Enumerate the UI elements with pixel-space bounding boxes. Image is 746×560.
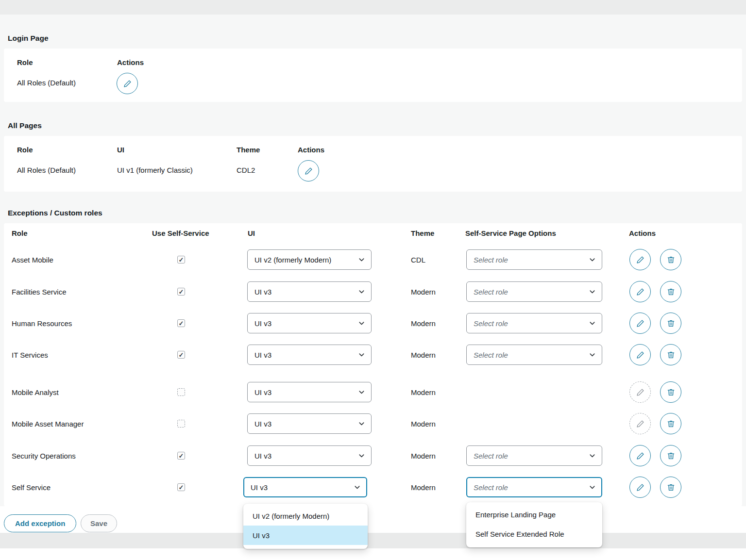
trash-icon	[666, 419, 676, 428]
exceptions-card: Role Use Self-Service UI Theme Self-Serv…	[4, 223, 742, 506]
ui-select[interactable]: UI v3	[247, 413, 372, 434]
trash-icon	[666, 287, 676, 296]
table-row: Human Resources UI v3 Modern Select role	[4, 310, 742, 337]
ui-select[interactable]: UI v3	[247, 281, 372, 302]
ui-select-menu: UI v2 (formerly Modern) UI v3	[243, 504, 368, 549]
pencil-icon	[636, 350, 645, 360]
save-button[interactable]: Save	[81, 514, 117, 532]
ui-select[interactable]: UI v3	[247, 345, 372, 365]
table-row: Security Operations UI v3 Modern Select …	[4, 442, 742, 469]
column-header-role: Role	[17, 58, 33, 67]
theme-label: CDL	[411, 256, 425, 264]
menu-option[interactable]: Enterprise Landing Page	[466, 505, 602, 524]
theme-label: Modern	[411, 351, 436, 359]
delete-button[interactable]	[660, 477, 681, 498]
menu-option[interactable]: UI v3	[243, 526, 368, 545]
theme-label: Modern	[411, 288, 436, 296]
page-options-select[interactable]: Select role	[466, 345, 602, 365]
role-label: Mobile Analyst	[12, 388, 59, 396]
ui-select[interactable]: UI v3	[247, 382, 372, 402]
edit-button[interactable]	[629, 344, 651, 365]
delete-button[interactable]	[660, 413, 681, 434]
use-self-service-checkbox[interactable]	[177, 452, 185, 460]
use-self-service-checkbox[interactable]	[177, 319, 185, 327]
menu-option[interactable]: UI v2 (formerly Modern)	[243, 506, 368, 526]
page-options-placeholder: Select role	[474, 256, 508, 264]
ui-value: UI v1 (formerly Classic)	[117, 166, 193, 175]
use-self-service-checkbox[interactable]	[177, 351, 185, 359]
page-options-select[interactable]: Select role	[466, 477, 602, 497]
ui-select-value: UI v3	[251, 483, 268, 492]
page-options-select[interactable]: Select role	[466, 313, 602, 333]
edit-button[interactable]	[629, 413, 651, 434]
role-label: Self Service	[12, 483, 51, 492]
pencil-icon	[636, 319, 645, 328]
bottom-white-strip	[0, 548, 746, 560]
ui-select-value: UI v3	[254, 319, 271, 328]
table-row: Mobile Asset Manager UI v3 Modern	[4, 410, 742, 437]
table-row: Self Service UI v3 Modern Select role	[4, 474, 742, 501]
use-self-service-checkbox[interactable]	[177, 256, 185, 264]
use-self-service-checkbox[interactable]	[177, 288, 185, 296]
chevron-down-icon	[589, 351, 596, 359]
use-self-service-checkbox[interactable]	[177, 483, 185, 491]
delete-button[interactable]	[660, 445, 681, 466]
delete-button[interactable]	[660, 249, 681, 270]
add-exception-button[interactable]: Add exception	[4, 514, 76, 532]
chevron-down-icon	[358, 256, 365, 264]
delete-button[interactable]	[660, 381, 681, 403]
ui-select-value: UI v3	[254, 452, 271, 460]
ui-select-value: UI v3	[254, 351, 271, 359]
section-title-login-page: Login Page	[8, 34, 49, 43]
edit-button[interactable]	[629, 445, 651, 466]
pencil-icon	[636, 287, 645, 296]
pencil-icon	[636, 255, 645, 264]
edit-button[interactable]	[629, 381, 651, 403]
role-label: Facilities Service	[12, 288, 67, 296]
trash-icon	[666, 483, 676, 492]
ui-select-value: UI v3	[254, 288, 271, 296]
page-options-placeholder: Select role	[474, 288, 508, 296]
trash-icon	[666, 388, 676, 397]
edit-button[interactable]	[629, 249, 651, 270]
delete-button[interactable]	[660, 313, 681, 334]
page-options-select[interactable]: Select role	[466, 249, 602, 270]
ui-settings-page: Login Page Role Actions All Roles (Defau…	[0, 0, 746, 560]
table-row: Facilities Service UI v3 Modern Select r…	[4, 278, 742, 305]
edit-button[interactable]	[117, 73, 138, 94]
page-options-select[interactable]: Select role	[466, 281, 602, 302]
edit-button[interactable]	[629, 313, 651, 334]
theme-label: Modern	[411, 452, 436, 460]
theme-label: Modern	[411, 483, 436, 492]
ui-select[interactable]: UI v3	[247, 313, 372, 333]
role-label: Asset Mobile	[12, 256, 53, 264]
page-options-select[interactable]: Select role	[466, 445, 602, 466]
role-label: Mobile Asset Manager	[12, 420, 84, 428]
edit-button[interactable]	[629, 477, 651, 498]
use-self-service-checkbox[interactable]	[177, 420, 185, 428]
section-title-all-pages: All Pages	[8, 121, 42, 130]
column-header-actions: Actions	[117, 58, 144, 67]
use-self-service-checkbox[interactable]	[177, 388, 185, 396]
menu-option[interactable]: Self Service Extended Role	[466, 524, 602, 544]
pencil-icon	[123, 79, 132, 88]
top-bar	[0, 0, 746, 15]
delete-button[interactable]	[660, 281, 681, 302]
ui-select[interactable]: UI v3	[243, 477, 367, 497]
trash-icon	[666, 350, 676, 360]
ui-select[interactable]: UI v2 (formerly Modern)	[247, 249, 372, 270]
edit-button[interactable]	[298, 160, 319, 181]
edit-button[interactable]	[629, 281, 651, 302]
pencil-icon	[304, 166, 313, 176]
ui-select[interactable]: UI v3	[247, 445, 372, 466]
column-header-role: Role	[12, 229, 28, 238]
delete-button[interactable]	[660, 344, 681, 365]
login-page-card: Role Actions All Roles (Default)	[4, 49, 742, 102]
role-label: Human Resources	[12, 319, 72, 328]
theme-label: Modern	[411, 319, 436, 328]
chevron-down-icon	[354, 484, 361, 491]
chevron-down-icon	[358, 389, 365, 396]
page-options-placeholder: Select role	[474, 319, 508, 328]
column-header-role: Role	[17, 146, 33, 154]
page-options-placeholder: Select role	[474, 452, 508, 460]
